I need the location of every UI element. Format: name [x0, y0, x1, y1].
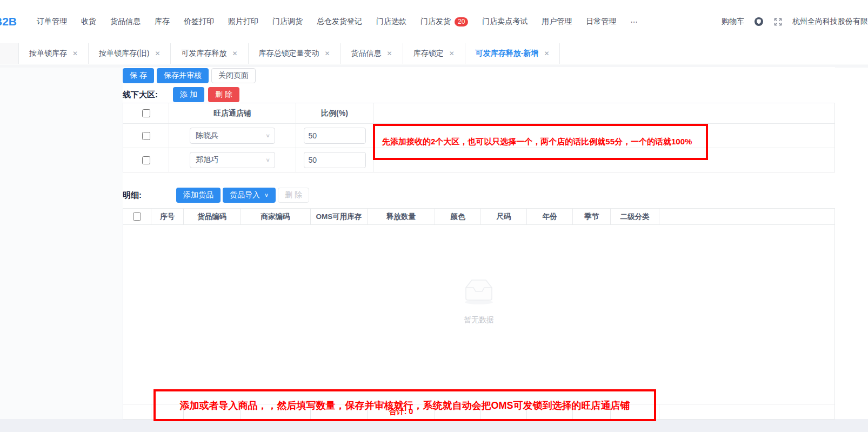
row-shop-cell: 陈晓兵 ∨: [169, 124, 296, 148]
header-filler-cell: [373, 103, 834, 123]
page-toolbar: 保 存 保存并审核 关闭页面: [123, 68, 256, 83]
close-page-button[interactable]: 关闭页面: [211, 68, 256, 83]
menu-item-store-selection[interactable]: 门店选款: [376, 17, 406, 26]
menu-item-store-transfer[interactable]: 门店调货: [272, 17, 303, 26]
region-annotation-text: 先添加接收的2个大区，也可以只选择一个，两个店的话比例就55分，一个的话就100…: [382, 137, 692, 147]
shop-select-value: 郑旭巧: [196, 155, 218, 165]
tab-label: 可发库存释放: [181, 49, 226, 58]
menu-item-more[interactable]: ⋯: [630, 17, 638, 26]
empty-text: 暂无数据: [464, 315, 494, 325]
delete-goods-button[interactable]: 删 除: [278, 188, 309, 203]
shield-icon[interactable]: [754, 17, 764, 26]
header-select-all-cell: [123, 103, 169, 123]
import-goods-label: 货品导入: [230, 190, 260, 200]
menu-item-store-shipping[interactable]: 门店发货 20: [420, 17, 468, 26]
delete-region-button[interactable]: 删 除: [208, 87, 239, 102]
select-all-goods-checkbox[interactable]: [133, 212, 141, 221]
menu-item-daily-management[interactable]: 日常管理: [586, 17, 616, 26]
detail-buttons: 添加货品 货品导入 ∨ 删 除: [176, 188, 309, 203]
menu-item-inventory[interactable]: 库存: [155, 17, 170, 26]
chevron-down-icon: ∨: [264, 192, 269, 198]
detail-table: 序号 货品编码 商家编码 OMS可用库存 释放数量 颜色 尺码 年份 季节 二级…: [123, 208, 835, 420]
tab-label: 可发库存释放-新增: [476, 49, 539, 58]
detail-annotation-text: 添加或者导入商品，，然后填写数量，保存并审核就行，系统就自动会把OMS可发锁到选…: [179, 399, 630, 412]
header-seq-cell: 序号: [151, 209, 184, 224]
menu-item-receiving[interactable]: 收货: [81, 17, 96, 26]
header-subcategory-cell: 二级分类: [611, 209, 659, 224]
tab-release-stock-new[interactable]: 可发库存释放-新增 ✕: [465, 43, 560, 64]
select-region-checkbox[interactable]: [142, 156, 150, 164]
ratio-input[interactable]: [304, 128, 366, 144]
header-filler-cell: [659, 209, 834, 224]
menu-item-price-tag-print[interactable]: 价签打印: [184, 17, 214, 26]
tab-label: 库存总锁定量变动: [259, 49, 319, 58]
detail-title: 明细:: [123, 190, 142, 201]
menu-item-store-shipping-label: 门店发货: [420, 17, 451, 26]
header-season-cell: 季节: [573, 209, 611, 224]
close-icon[interactable]: ✕: [325, 50, 330, 57]
row-select-cell: [123, 148, 169, 172]
menu-item-order-management[interactable]: 订单管理: [37, 17, 67, 26]
header-color-cell: 颜色: [435, 209, 481, 224]
tab-release-stock[interactable]: 可发库存释放 ✕: [171, 43, 248, 64]
header-ratio-cell: 比例(%): [296, 103, 373, 123]
detail-table-header: 序号 货品编码 商家编码 OMS可用库存 释放数量 颜色 尺码 年份 季节 二级…: [123, 209, 834, 225]
fullscreen-icon[interactable]: [773, 17, 783, 26]
region-table-header: 旺店通店铺 比例(%): [123, 103, 834, 124]
tab-label: 库存锁定: [413, 49, 444, 58]
add-goods-button[interactable]: 添加货品: [176, 188, 221, 203]
tab-lock-by-order-old[interactable]: 按单锁库存(旧) ✕: [89, 43, 171, 64]
detail-table-body: 添加或者导入商品，，然后填写数量，保存并审核就行，系统就自动会把OMS可发锁到选…: [123, 225, 834, 404]
main-menu: 订单管理 收货 货品信息 库存 价签打印 照片打印 门店调货 总仓发货登记 门店…: [37, 17, 638, 26]
tab-total-lock-change[interactable]: 库存总锁定量变动 ✕: [249, 43, 341, 64]
close-icon[interactable]: ✕: [155, 50, 160, 57]
menu-item-warehouse-dispatch[interactable]: 总仓发货登记: [317, 17, 362, 26]
shop-select-value: 陈晓兵: [196, 131, 218, 141]
add-region-button[interactable]: 添 加: [173, 87, 204, 102]
empty-box-icon: [462, 278, 496, 307]
menu-item-goods-info[interactable]: 货品信息: [110, 17, 141, 26]
tab-goods-info[interactable]: 货品信息 ✕: [341, 43, 403, 64]
chevron-down-icon: ∨: [265, 157, 270, 163]
tab-bar-gutter: [0, 43, 19, 64]
shop-select[interactable]: 郑旭巧 ∨: [190, 152, 275, 168]
cart-link[interactable]: 购物车: [722, 17, 744, 26]
tab-label: 货品信息: [351, 49, 382, 58]
menu-item-photo-print[interactable]: 照片打印: [228, 17, 258, 26]
save-and-audit-button[interactable]: 保存并审核: [157, 68, 209, 83]
tab-bar: 按单锁库存 ✕ 按单锁库存(旧) ✕ 可发库存释放 ✕ 库存总锁定量变动 ✕ 货…: [0, 43, 868, 64]
select-all-regions-checkbox[interactable]: [142, 109, 150, 117]
close-icon[interactable]: ✕: [232, 50, 237, 57]
detail-section-header: 明细: 添加货品 货品导入 ∨ 删 除: [123, 188, 309, 203]
notification-badge: 20: [455, 17, 468, 26]
select-region-checkbox[interactable]: [142, 132, 150, 140]
row-select-cell: [123, 124, 169, 148]
close-icon[interactable]: ✕: [387, 50, 392, 57]
offline-region-title: 线下大区:: [123, 90, 158, 100]
header-shop-cell: 旺店通店铺: [169, 103, 296, 123]
import-goods-button[interactable]: 货品导入 ∨: [223, 188, 276, 203]
tab-stock-lock[interactable]: 库存锁定 ✕: [403, 43, 465, 64]
header-merchant-code-cell: 商家编码: [241, 209, 311, 224]
menu-item-user-management[interactable]: 用户管理: [542, 17, 572, 26]
navbar-right: 购物车 杭州全尚科技股份有限: [722, 0, 868, 43]
footer-filler-cell: [659, 404, 834, 419]
header-goods-code-cell: 货品编码: [184, 209, 241, 224]
close-icon[interactable]: ✕: [72, 50, 78, 57]
menu-item-store-exam[interactable]: 门店卖点考试: [482, 17, 528, 26]
tab-lock-by-order[interactable]: 按单锁库存 ✕: [19, 43, 89, 64]
logo-container: B2B: [0, 13, 19, 30]
save-button[interactable]: 保 存: [123, 68, 154, 83]
row-ratio-cell: [296, 148, 373, 172]
tab-label: 按单锁库存(旧): [99, 49, 149, 58]
ratio-input[interactable]: [304, 152, 366, 168]
left-gutter: [0, 68, 123, 419]
top-navbar: B2B 订单管理 收货 货品信息 库存 价签打印 照片打印 门店调货 总仓发货登…: [0, 0, 868, 43]
close-icon[interactable]: ✕: [449, 50, 455, 57]
shop-select[interactable]: 陈晓兵 ∨: [190, 128, 275, 144]
close-icon[interactable]: ✕: [544, 50, 549, 57]
content-panel: 保 存 保存并审核 关闭页面 线下大区: 添 加 删 除 旺店通店铺 比例(%)…: [123, 67, 835, 419]
empty-state: 暂无数据: [123, 278, 834, 325]
header-release-qty-cell: 释放数量: [368, 209, 435, 224]
header-size-cell: 尺码: [481, 209, 527, 224]
